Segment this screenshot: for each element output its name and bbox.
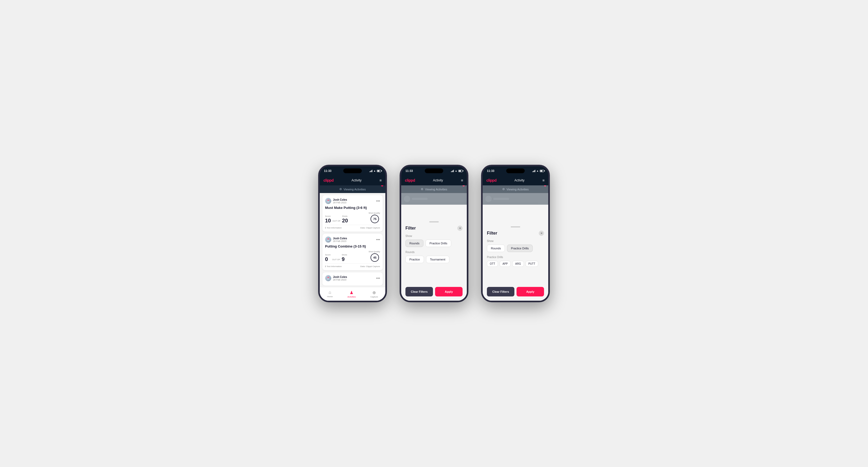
screen-content-2: ⚙ Viewing Activities Filter ✕ [401, 185, 467, 301]
dimmed-gear-2: ⚙ [421, 187, 424, 191]
more-dots-1[interactable]: ••• [376, 199, 380, 203]
hamburger-icon-3[interactable]: ≡ [542, 178, 545, 183]
wifi-icon-3: ▲ [536, 169, 539, 172]
avatar-inner-3 [325, 275, 331, 281]
apply-btn-3[interactable]: Apply [517, 287, 544, 297]
battery-fill-1 [377, 170, 379, 172]
rounds-buttons-2: Practice Tournament [405, 256, 463, 263]
practice-round-btn-2[interactable]: Practice [405, 256, 424, 263]
score-section-2: Score 0 [325, 254, 331, 262]
avatar-inner-1 [325, 198, 331, 204]
nav-home-1[interactable]: ⌂ Home [327, 290, 333, 298]
phone2-wrapper: 11:33 ▲ clippd Activity [400, 165, 468, 302]
home-label-1: Home [327, 295, 333, 298]
rounds-label-2: Rounds [405, 251, 463, 254]
signal-bar-3 [371, 170, 372, 172]
phone1: 11:33 ▲ clippd Activity [318, 165, 387, 302]
shots-label-2: Shots [342, 254, 347, 256]
filter-modal-2: Filter ✕ Show Rounds Practice Drills Rou… [401, 217, 467, 301]
score-label-1: Score [325, 215, 331, 217]
dimmed-user-3 [485, 196, 546, 202]
dimmed-viewing-bar-2: ⚙ Viewing Activities [401, 185, 467, 193]
more-dots-3[interactable]: ••• [376, 276, 380, 280]
show-buttons-2: Rounds Practice Drills [405, 240, 463, 247]
viewing-bar-text-1: Viewing Activities [344, 188, 366, 191]
status-icons-1: ▲ [369, 169, 381, 172]
battery-icon-2 [458, 170, 463, 172]
screen-content-3: ⚙ Viewing Activities Filter ✕ [483, 185, 548, 301]
user-info-2: Josh Coles 28 Feb 2023 [325, 237, 347, 243]
user-date-3: 28 Feb 2023 [333, 278, 347, 281]
card-footer-1: ℹ Test Information Data: Clippd Capture [325, 225, 380, 229]
clear-filters-btn-2[interactable]: Clear Filters [405, 287, 433, 297]
rounds-show-btn-2[interactable]: Rounds [405, 240, 424, 247]
clippd-logo-3: clippd [486, 178, 496, 183]
putt-btn-3[interactable]: PUTT [526, 261, 538, 267]
user-name-3: Josh Coles [333, 276, 347, 278]
out-of-2: OUT OF [332, 258, 340, 261]
signal-bar-2 [370, 171, 371, 172]
shots-section-1: Shots 20 [342, 215, 348, 223]
practice-drills-tags-3: OTT APP ARG PUTT [487, 261, 544, 267]
close-button-3[interactable]: ✕ [539, 230, 544, 236]
show-label-3: Show [487, 240, 544, 243]
sq-label-2: Shot Quality [368, 250, 380, 253]
app-btn-3[interactable]: APP [500, 261, 511, 267]
practice-drills-show-btn-2[interactable]: Practice Drills [426, 240, 451, 247]
signal-bar-1 [369, 172, 370, 172]
score-label-2: Score [325, 254, 331, 256]
clear-filters-btn-3[interactable]: Clear Filters [487, 287, 515, 297]
tournament-round-btn-2[interactable]: Tournament [426, 256, 450, 263]
svg-point-1 [328, 238, 329, 240]
nav-capture-1[interactable]: ⊕ Capture [371, 290, 378, 298]
score-value-2: 0 [325, 256, 331, 262]
user-info-3: Josh Coles 28 Feb 2023 [325, 275, 347, 281]
activity-card-3: Josh Coles 28 Feb 2023 ••• [322, 272, 383, 286]
footer-info-1: ℹ Test Information [325, 227, 342, 229]
notification-dot-2 [463, 185, 465, 186]
apply-btn-2[interactable]: Apply [435, 287, 463, 297]
more-dots-2[interactable]: ••• [376, 238, 380, 242]
footer-data-1: Data: Clippd Capture [360, 227, 380, 229]
app-header-1: clippd Activity ≡ [320, 175, 385, 185]
modal-footer-3: Clear Filters Apply [487, 287, 544, 297]
status-time-1: 11:33 [324, 169, 331, 173]
phone3: 11:33 ▲ clippd Activity [481, 165, 550, 302]
show-buttons-3: Rounds Practice Drills [487, 245, 544, 252]
hamburger-icon-2[interactable]: ≡ [461, 178, 463, 183]
phone3-wrapper: 11:33 ▲ clippd Activity [481, 165, 550, 302]
rounds-show-btn-3[interactable]: Rounds [487, 245, 505, 252]
user-info-1: Josh Coles 28 Feb 2023 [325, 198, 347, 204]
practice-drills-label-3: Practice Drills [487, 256, 544, 259]
nav-activities-1[interactable]: ♟ Activities [347, 290, 356, 298]
shots-section-2: Shots 9 [342, 254, 347, 262]
practice-drills-show-btn-3[interactable]: Practice Drills [507, 245, 533, 252]
home-icon-1: ⌂ [329, 290, 331, 295]
score-section-1: Score 10 [325, 215, 331, 223]
modal-title-3: Filter [487, 231, 497, 236]
footer-info-2: ℹ Test Information [325, 265, 342, 268]
capture-icon-1: ⊕ [372, 290, 376, 295]
arg-btn-3[interactable]: ARG [512, 261, 524, 267]
screen-content-1: ⚙ Viewing Activities [320, 185, 385, 301]
sq-value-2: 45 [373, 256, 376, 259]
avatar-1 [325, 198, 331, 204]
user-date-2: 28 Feb 2023 [333, 240, 347, 243]
score-value-1: 10 [325, 218, 331, 223]
close-button-2[interactable]: ✕ [457, 225, 463, 231]
avatar-2 [325, 237, 331, 243]
dynamic-island-1 [343, 168, 362, 173]
viewing-bar-1[interactable]: ⚙ Viewing Activities [320, 185, 385, 193]
user-name-2: Josh Coles [333, 237, 347, 240]
signal-bars-3 [532, 169, 535, 172]
sq-value-1: 75 [373, 217, 376, 221]
modal-handle-2 [429, 221, 439, 222]
hamburger-icon-1[interactable]: ≡ [379, 178, 382, 183]
signal-bars-2 [451, 169, 454, 172]
battery-fill-2 [459, 170, 461, 172]
ott-btn-3[interactable]: OTT [487, 261, 498, 267]
user-details-3: Josh Coles 28 Feb 2023 [333, 276, 347, 281]
info-icon-1: ℹ [325, 227, 326, 229]
user-details-2: Josh Coles 28 Feb 2023 [333, 237, 347, 243]
dimmed-name-2 [412, 198, 428, 200]
